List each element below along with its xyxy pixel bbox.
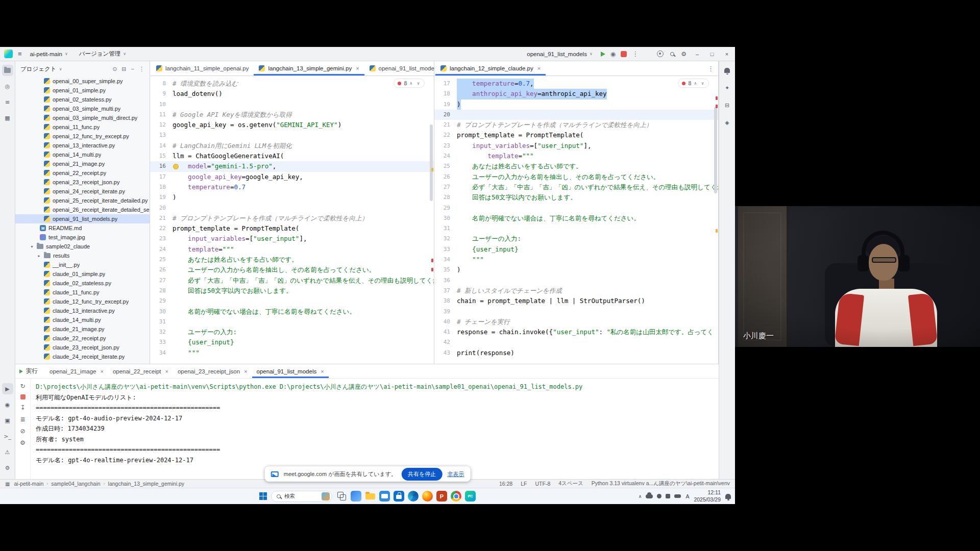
code-line[interactable]: 33 {user_input} xyxy=(434,244,718,255)
editor-tab[interactable]: langchain_13_simple_gemini.py× xyxy=(254,61,364,76)
code-line[interactable]: 21# プロンプトテンプレートを作成（マルチラインで柔軟性を向上） xyxy=(150,213,434,223)
code-line[interactable]: 17 google_api_key=google_api_key, xyxy=(150,172,434,182)
inspections-widget[interactable]: 8 ∧ ∨ xyxy=(678,79,709,88)
scrollbar-thumb[interactable] xyxy=(430,124,433,201)
code-line[interactable]: 20 xyxy=(434,110,718,120)
status-widget[interactable]: UTF-8 xyxy=(535,481,550,487)
tree-item[interactable]: openai_26_receipt_iterate_detailed_self.… xyxy=(15,205,150,214)
tree-item[interactable]: claude_21_image.py xyxy=(15,324,150,334)
code-line[interactable]: 19) xyxy=(150,192,434,203)
code-line[interactable]: 14# LangChain用にGemini LLMを初期化 xyxy=(150,141,434,151)
rerun-icon[interactable]: ↻ xyxy=(20,383,25,390)
code-line[interactable]: 12google_api_key = os.getenv("GEMINI_API… xyxy=(150,120,434,130)
code-line[interactable]: 42 xyxy=(434,337,718,347)
tree-item[interactable]: ▾sample02_claude xyxy=(15,242,150,251)
warning-stripe-mark[interactable] xyxy=(431,168,433,171)
code-line[interactable]: 10 xyxy=(150,99,434,110)
console-settings-icon[interactable]: ⚙ xyxy=(20,439,26,446)
firefox-icon[interactable] xyxy=(422,491,433,502)
project-folder-icon[interactable] xyxy=(2,65,13,76)
code-area-right[interactable]: 17 temperature=0.7,18 anthropic_api_key=… xyxy=(434,76,718,364)
network-icon[interactable] xyxy=(657,494,662,498)
tree-item[interactable]: claude_23_receipt_json.py xyxy=(15,343,150,352)
mic-icon[interactable] xyxy=(666,494,670,498)
tab-close-icon[interactable]: × xyxy=(244,368,247,374)
notification-bell-icon[interactable] xyxy=(725,494,731,499)
run-button[interactable] xyxy=(601,52,605,57)
code-line[interactable]: 27 必ず「大吉」「中吉」「吉」「凶」のいずれかで結果を伝え、その理由も説明して… xyxy=(434,182,718,192)
tree-item[interactable]: openai_23_receipt_json.py xyxy=(15,178,150,187)
run-tab[interactable]: openai_21_image× xyxy=(45,364,108,378)
gradle-icon[interactable]: ◈ xyxy=(722,117,733,128)
tree-item[interactable]: claude_24_receipt_iterate.py xyxy=(15,352,150,361)
tree-item[interactable]: openai_14_multi.py xyxy=(15,150,150,159)
tool-window-layout-icon[interactable]: ▦ xyxy=(5,481,10,487)
code-line[interactable]: 41response = chain.invoke({"user_input":… xyxy=(434,327,718,337)
stop-button[interactable] xyxy=(621,51,627,57)
tab-close-icon[interactable]: × xyxy=(100,368,103,374)
python-packages-icon[interactable]: ▣ xyxy=(2,415,13,426)
tree-toggle-icon[interactable]: ▸ xyxy=(37,254,41,258)
problems-icon[interactable]: ⚠ xyxy=(2,446,13,458)
code-line[interactable]: 19) xyxy=(434,99,718,110)
hide-bar-link[interactable]: 非表示 xyxy=(447,470,464,478)
project-widget[interactable]: ai-petit-main ∨ xyxy=(27,49,71,59)
scrollbar-thumb[interactable] xyxy=(714,107,717,193)
code-line[interactable]: 11# Google API Keyを環境変数から取得 xyxy=(150,110,434,120)
structure-icon[interactable]: ≡ xyxy=(2,96,13,108)
tab-options-icon[interactable]: ⋮ xyxy=(707,65,718,72)
minimize-button[interactable]: – xyxy=(693,51,701,57)
tree-item[interactable]: openai_01_simple.py xyxy=(15,86,150,95)
tree-item[interactable]: openai_21_image.py xyxy=(15,159,150,168)
tab-close-icon[interactable]: × xyxy=(356,65,359,71)
tree-item[interactable]: claude_14_multi.py xyxy=(15,315,150,324)
code-line[interactable]: 37# 新しいスタイルでチェーンを作成 xyxy=(434,286,718,296)
hide-panel-icon[interactable]: − xyxy=(131,66,134,72)
code-line[interactable]: 32 ユーザーの入力: xyxy=(434,234,718,244)
hidden-icons-chevron[interactable]: ∧ xyxy=(639,494,642,499)
tree-item[interactable]: __init__.py xyxy=(15,260,150,269)
code-line[interactable]: 43print(response) xyxy=(434,348,718,358)
tree-item[interactable]: claude_22_receipt.py xyxy=(15,334,150,343)
pycharm-icon[interactable] xyxy=(465,491,476,502)
code-line[interactable]: 39 xyxy=(434,307,718,317)
editor-tab[interactable]: langchain_11_simple_openai.py xyxy=(151,61,254,76)
onedrive-icon[interactable] xyxy=(646,494,653,498)
code-line[interactable]: 17 temperature=0.7, xyxy=(434,79,718,89)
tree-item[interactable]: openai_25_receipt_iterate_detailed.py xyxy=(15,196,150,205)
run-tab[interactable]: openai_91_list_models× xyxy=(252,364,329,378)
terminal-icon[interactable]: >_ xyxy=(2,431,13,442)
clear-console-icon[interactable]: ⊘ xyxy=(20,428,25,435)
search-everywhere-icon[interactable] xyxy=(670,52,674,56)
soft-wrap-icon[interactable]: ≣ xyxy=(20,416,25,423)
settings-gear-icon[interactable]: ⚙ xyxy=(681,51,687,58)
close-button[interactable]: × xyxy=(723,51,731,57)
vcs-widget[interactable]: バージョン管理 ∨ xyxy=(76,48,129,59)
mail-icon[interactable] xyxy=(379,491,390,502)
code-line[interactable]: 9load_dotenv() xyxy=(150,89,434,99)
intention-bulb-icon[interactable] xyxy=(173,164,179,169)
status-widget[interactable]: LF xyxy=(521,481,527,487)
tree-item[interactable]: claude_11_func.py xyxy=(15,288,150,297)
code-line[interactable]: 31 xyxy=(150,317,434,327)
tree-item[interactable]: claude_01_simple.py xyxy=(15,269,150,279)
chevron-down-icon[interactable]: ∨ xyxy=(59,67,62,71)
code-line[interactable]: 36 xyxy=(434,276,718,286)
tree-item[interactable]: openai_91_list_models.py xyxy=(15,214,150,223)
run-tab[interactable]: openai_23_receipt_json× xyxy=(173,364,252,378)
more-actions-icon[interactable]: ⋮ xyxy=(632,50,639,58)
code-line[interactable]: 38chain = prompt_template | llm | StrOut… xyxy=(434,296,718,306)
stop-sharing-button[interactable]: 共有を停止 xyxy=(402,468,442,481)
main-menu-icon[interactable]: ≡ xyxy=(18,50,22,58)
code-line[interactable]: 28 回答は50文字以内でお願いします。 xyxy=(434,192,718,203)
tree-item[interactable]: ▸results xyxy=(15,251,150,260)
widgets-icon[interactable] xyxy=(351,491,361,502)
tab-close-icon[interactable]: × xyxy=(537,65,541,71)
code-line[interactable]: 30 名前が明確でない場合は、丁寧に名前を尋ねてください。 xyxy=(150,307,434,317)
tree-item[interactable]: claude_02_stateless.py xyxy=(15,279,150,288)
maximize-button[interactable]: □ xyxy=(708,51,716,57)
code-line[interactable]: 34 """ xyxy=(434,255,718,265)
ai-assistant-icon[interactable]: ✦ xyxy=(722,82,733,93)
ime-indicator[interactable]: A xyxy=(685,493,689,499)
prev-next-error-icons[interactable]: ∧ ∨ xyxy=(410,81,421,86)
